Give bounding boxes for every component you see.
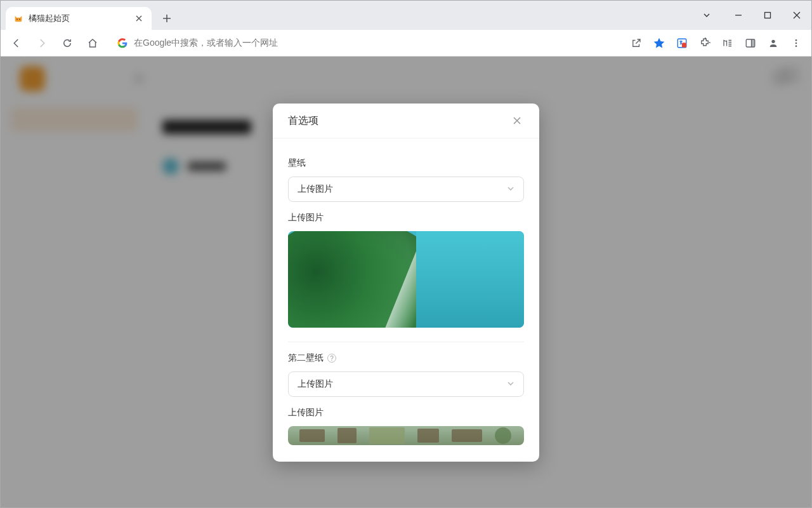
svg-point-7 [771, 39, 775, 43]
chevron-down-icon [507, 379, 514, 389]
extension-translate-icon[interactable] [672, 33, 692, 53]
new-tab-button[interactable] [158, 10, 176, 27]
reload-button[interactable] [56, 32, 78, 54]
wallpaper-preview-1[interactable] [288, 231, 524, 328]
profile-icon[interactable] [763, 33, 783, 53]
cat-favicon-icon [13, 13, 23, 23]
back-button[interactable] [6, 32, 27, 54]
modal-body: 壁纸 上传图片 上传图片 第二壁纸 ? 上传图片 [273, 138, 539, 462]
wallpaper-select-value: 上传图片 [298, 184, 333, 195]
wallpaper-preview-2[interactable] [288, 426, 524, 445]
svg-rect-2 [765, 13, 771, 18]
browser-toolbar: 在Google中搜索，或者输入一个网址 [1, 30, 811, 57]
tab-bar: 橘猫起始页 [1, 1, 811, 30]
svg-rect-4 [682, 43, 686, 48]
bookmark-star-icon[interactable] [649, 33, 669, 53]
maximize-button[interactable] [753, 4, 782, 27]
wallpaper2-select-value: 上传图片 [298, 378, 333, 390]
chevron-down-icon [507, 184, 514, 194]
upload-label-1: 上传图片 [288, 212, 524, 224]
menu-icon[interactable] [786, 33, 806, 53]
upload-label-2: 上传图片 [288, 407, 524, 418]
svg-point-9 [796, 42, 797, 44]
wallpaper2-label: 第二壁纸 ? [288, 352, 524, 364]
tab-close-icon[interactable] [134, 13, 144, 23]
help-icon[interactable]: ? [327, 354, 336, 363]
close-window-button[interactable] [782, 4, 811, 27]
svg-point-1 [19, 18, 20, 20]
omnibox-placeholder: 在Google中搜索，或者输入一个网址 [134, 37, 278, 49]
home-button[interactable] [82, 32, 103, 54]
svg-rect-6 [752, 39, 755, 47]
browser-tab[interactable]: 橘猫起始页 [6, 7, 152, 30]
forward-button[interactable] [31, 32, 53, 54]
share-icon[interactable] [626, 33, 646, 53]
modal-title: 首选项 [288, 114, 318, 128]
window-controls [692, 1, 811, 30]
modal-overlay[interactable]: 首选项 壁纸 上传图片 上传图片 第二壁纸 [1, 57, 811, 507]
tab-strip: 橘猫起始页 [1, 1, 692, 30]
google-icon [117, 38, 128, 48]
extensions-icon[interactable] [695, 33, 715, 53]
browser-window: 橘猫起始页 在Google中搜索，或者输入一个网址 [0, 0, 812, 508]
svg-point-8 [796, 39, 797, 41]
page-viewport: 首选项 壁纸 上传图片 上传图片 第二壁纸 [1, 57, 811, 507]
divider [288, 342, 524, 342]
tab-title: 橘猫起始页 [29, 13, 70, 24]
modal-header: 首选项 [273, 104, 539, 138]
wallpaper-select[interactable]: 上传图片 [288, 177, 524, 202]
tab-search-icon[interactable] [692, 4, 721, 27]
preferences-modal: 首选项 壁纸 上传图片 上传图片 第二壁纸 [273, 104, 539, 462]
minimize-button[interactable] [724, 4, 753, 27]
toolbar-actions [626, 33, 806, 53]
modal-close-button[interactable] [510, 114, 524, 128]
svg-point-0 [16, 18, 18, 20]
media-control-icon[interactable] [717, 33, 738, 53]
wallpaper-label: 壁纸 [288, 157, 524, 169]
side-panel-icon[interactable] [740, 33, 761, 53]
wallpaper2-select[interactable]: 上传图片 [288, 371, 524, 397]
svg-point-10 [796, 45, 797, 47]
wallpaper2-label-text: 第二壁纸 [288, 352, 324, 364]
address-bar[interactable]: 在Google中搜索，或者输入一个网址 [110, 33, 620, 53]
